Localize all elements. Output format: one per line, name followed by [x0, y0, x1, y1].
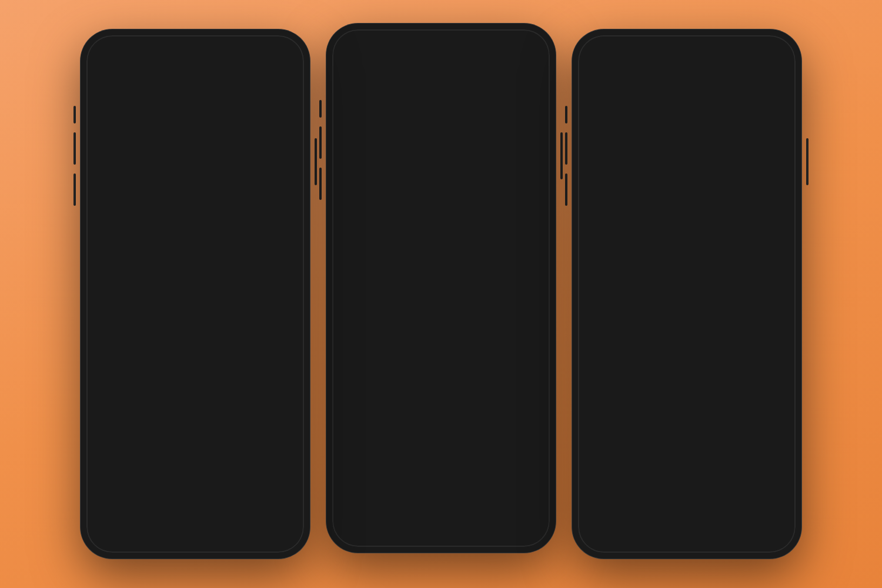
check-2-center: Pump replacement to be done immediately …: [342, 201, 540, 223]
waveform-right: [630, 78, 746, 92]
next-header-center: ▪▪ 17 Next Arrangements: [342, 158, 540, 176]
bullet-intelligent-label: Intelligent: [102, 364, 295, 375]
top-items-center: the system's reliability cannot be guara…: [342, 127, 540, 152]
check-3-center: Painters will start with the upstairs ar…: [342, 229, 540, 252]
bullet-tech-label: Technology and Personal Memories: [102, 149, 295, 160]
top-text-right: new installation, including manually ove…: [587, 133, 786, 155]
tab-summary-center[interactable]: Summary: [395, 98, 450, 114]
top-item-2: 5. Account details were provided for the…: [349, 141, 540, 152]
checkbox-4[interactable]: [342, 259, 353, 270]
action-icons-left: ⬆ •••: [259, 77, 296, 92]
conclusion-4-left: 4. Painters will proceed with the work i…: [96, 281, 295, 302]
wifi-icon-c: 📶: [509, 42, 518, 51]
check-4-center: Plumbers will ensure the gas safety and …: [342, 258, 540, 281]
back-button-right[interactable]: ‹: [586, 76, 603, 93]
conclusion-1-right: 1. The boiler and heating system need to…: [587, 211, 786, 232]
ask-ai-left[interactable]: ✦ Ask AI Pro & Backer: [159, 516, 231, 541]
check-6-center: New boiler and heating system installati…: [342, 316, 540, 339]
bullet-tech: • Technology and Personal Memories Brief…: [96, 149, 295, 183]
more-icon-center[interactable]: •••: [526, 71, 542, 86]
scrollbar-right[interactable]: [792, 139, 794, 449]
tab-mindmap-left[interactable]: Mind map: [206, 104, 259, 120]
scrollbar-thumb-right: [792, 232, 794, 309]
next-title-right: Next Arrangements: [611, 325, 719, 339]
signal-icon: ▐▐▐: [243, 48, 259, 57]
tab-summary-left[interactable]: Summary: [149, 104, 204, 120]
back-button-left[interactable]: ‹: [95, 76, 111, 93]
tab-bar-left: Transcript Summary Mind map: [86, 100, 304, 125]
status-bar-left: 00:36 ▐▐▐ 📶: [86, 35, 304, 69]
ask-ai-center[interactable]: ✦ Ask AI Pro & Backer: [405, 510, 477, 535]
top-item-1: the system's reliability cannot be guara…: [349, 127, 540, 138]
tab-transcript-left[interactable]: Transcript: [92, 104, 146, 120]
status-icons-center: ▐▐▐ 📶: [489, 42, 537, 51]
conclusion-3-left: 3. The move to Milton Keynes is apprecia…: [96, 258, 295, 279]
dynamic-island-left: [160, 44, 230, 64]
conclusion-4-right: 4. Temporary fixes have been applied, bu…: [587, 282, 786, 303]
check-1-right: Electrician to come next week for two da…: [587, 348, 786, 360]
checkbox-7[interactable]: [342, 345, 353, 357]
ask-ai-label-left: Ask AI: [188, 523, 215, 533]
tab-bar-right: Transcript Summary Mind map: [578, 100, 796, 125]
waveform-left: [138, 78, 255, 92]
checkbox-1[interactable]: [342, 183, 353, 195]
ai-suggestion-center: AI Suggestion AI has identified the foll…: [342, 373, 540, 441]
calendar-icon-right: ▪▪ 17: [587, 323, 606, 342]
bullet-event: • Event Planning Discussion on planning …: [96, 326, 295, 360]
fade-bottom-center: [332, 482, 550, 506]
time-center: 00:37: [345, 42, 368, 52]
share-icon-right[interactable]: ⬆: [751, 77, 766, 92]
checkbox-5[interactable]: [342, 288, 353, 299]
dynamic-island-center: [406, 38, 476, 58]
wifi-icon-r: 📶: [754, 48, 764, 57]
checkbox-r-2[interactable]: [587, 366, 599, 378]
check-7-center: Ensure compliance with regulations by in…: [342, 345, 540, 368]
ai-title-center: AI Suggestion: [350, 379, 533, 388]
bullet-event-text: Discussion on planning an event for CES …: [102, 338, 295, 360]
tab-mindmap-center[interactable]: Mind map: [452, 98, 505, 114]
ask-ai-label-center: Ask AI: [433, 517, 460, 527]
play-button-left[interactable]: [116, 76, 133, 93]
back-button-center[interactable]: ‹: [340, 71, 357, 87]
checkbox-3[interactable]: [342, 230, 353, 242]
tab-mindmap-right[interactable]: Mind map: [697, 104, 751, 120]
pro-badge-left: Pro & Backer: [196, 511, 236, 519]
action-icons-center: ⬆ •••: [505, 71, 542, 86]
dynamic-island-right: [652, 44, 722, 64]
checkbox-r-3[interactable]: [587, 395, 599, 407]
signal-icon-r: ▐▐▐: [734, 48, 751, 57]
bullet-tech-text: Brief discussion about early memories of…: [102, 161, 295, 183]
fade-bottom-left: [86, 488, 304, 512]
conclusion-5-right: 5. Account details were provided for the…: [587, 305, 786, 316]
battery-icon-r: [767, 49, 783, 56]
signal-icon-c: ▐▐▐: [489, 42, 505, 51]
play-button-right[interactable]: [607, 76, 625, 93]
check-3-right: Painters will start with the upstairs ar…: [587, 395, 786, 407]
play-button-center[interactable]: [362, 70, 379, 88]
more-icon-left[interactable]: •••: [280, 77, 296, 92]
player-bar-center: ‹: [332, 64, 550, 94]
waveform-center: [384, 72, 500, 86]
checkbox-6[interactable]: [342, 316, 353, 328]
tab-transcript-right[interactable]: Transcript: [584, 104, 638, 120]
payment-label: Payment and Account Details: [594, 160, 786, 171]
wifi-icon: 📶: [263, 48, 272, 57]
check-2-right: Pump replacement to be done immediately …: [587, 366, 786, 389]
check-1-center: Electrician to come next week for two da…: [342, 182, 540, 195]
checkbox-r-1[interactable]: [587, 348, 599, 360]
star-icon-center: ✦: [421, 517, 429, 528]
tab-transcript-center[interactable]: Transcript: [338, 98, 392, 114]
share-icon-left[interactable]: ⬆: [259, 77, 275, 92]
tab-bar-center: Transcript Summary Mind map: [332, 94, 550, 119]
fade-bottom-right: [578, 488, 796, 512]
top-text-left: materials needed, and scheduling.: [96, 133, 295, 144]
player-bar-right: ‹: [578, 69, 796, 100]
checkbox-2[interactable]: [342, 201, 353, 213]
phone-left: 00:36 ▐▐▐ 📶 ‹: [81, 29, 310, 559]
tab-summary-right[interactable]: Summary: [640, 104, 696, 120]
payment-text: Instructions for making a bank transfer …: [594, 172, 786, 194]
more-icon-right[interactable]: •••: [772, 77, 787, 92]
star-icon-left: ✦: [175, 523, 183, 534]
share-icon-center[interactable]: ⬆: [505, 71, 520, 86]
ai-item-1: 1. Finalize the specifics of the bathroo…: [350, 425, 533, 435]
